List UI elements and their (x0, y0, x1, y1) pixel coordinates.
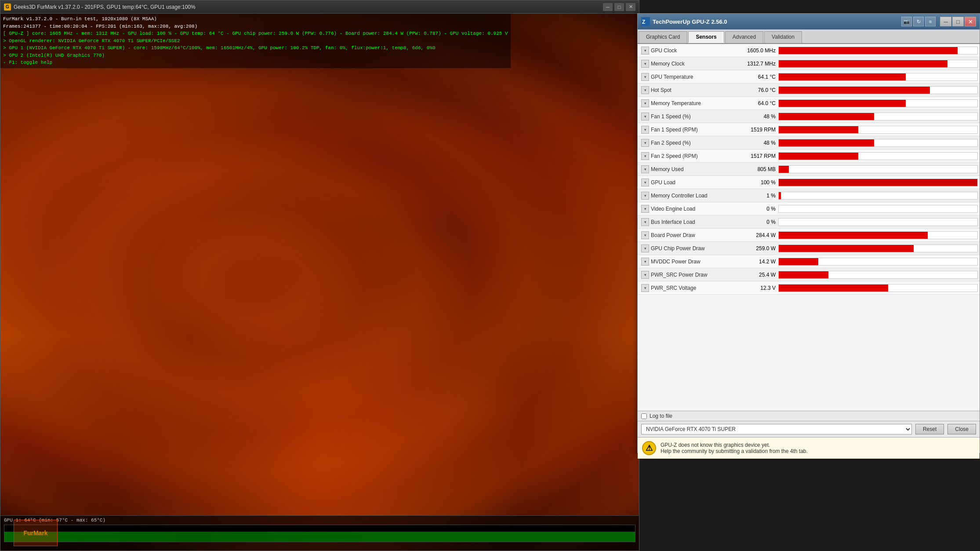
reset-button[interactable]: Reset (915, 424, 944, 434)
sensor-value: 1312.7 MHz (734, 61, 778, 67)
sensor-value: 76.0 °C (734, 87, 778, 93)
furmark-bottom-bar: GPU 1: 64°C (min: 57°C - max: 65°C) FurM… (0, 515, 639, 551)
sensor-dropdown-btn[interactable]: ▾ (641, 152, 649, 160)
sensor-dropdown-btn[interactable]: ▾ (641, 179, 649, 186)
close-button[interactable]: Close (947, 424, 976, 434)
sensor-name: ▾ Video Engine Load (638, 205, 734, 213)
sensor-name: ▾ MVDDC Power Draw (638, 258, 734, 266)
sensor-name: ▾ Fan 1 Speed (RPM) (638, 126, 734, 134)
sensor-row: ▾ GPU Chip Power Draw 259.0 W (638, 242, 980, 255)
sensor-dropdown-btn[interactable]: ▾ (641, 73, 649, 81)
sensor-dropdown-btn[interactable]: ▾ (641, 126, 649, 134)
sensor-dropdown-btn[interactable]: ▾ (641, 205, 649, 213)
sensor-label: PWR_SRC Voltage (651, 285, 696, 291)
furmark-maximize-button[interactable]: □ (614, 3, 624, 11)
sensor-dropdown-btn[interactable]: ▾ (641, 231, 649, 239)
sensor-row: ▾ MVDDC Power Draw 14.2 W (638, 255, 980, 268)
sensor-dropdown-btn[interactable]: ▾ (641, 99, 649, 107)
sensor-row: ▾ Fan 1 Speed (%) 48 % (638, 110, 980, 123)
sensor-dropdown-btn[interactable]: ▾ (641, 218, 649, 226)
sensor-dropdown-btn[interactable]: ▾ (641, 192, 649, 200)
sensor-bar (779, 285, 888, 292)
sensor-dropdown-btn[interactable]: ▾ (641, 60, 649, 68)
sensor-row: ▾ GPU Clock 1605.0 MHz (638, 44, 980, 57)
gpuz-minimize-button[interactable]: ─ (940, 17, 951, 26)
sensor-name: ▾ Memory Controller Load (638, 192, 734, 200)
sensor-row: ▾ Fan 2 Speed (%) 48 % (638, 136, 980, 150)
sensor-dropdown-btn[interactable]: ▾ (641, 113, 649, 120)
tab-validation[interactable]: Validation (764, 31, 802, 43)
sensor-dropdown-btn[interactable]: ▾ (641, 284, 649, 292)
sensor-name: ▾ Memory Clock (638, 60, 734, 68)
sensor-dropdown-btn[interactable]: ▾ (641, 258, 649, 266)
gpuz-refresh-button[interactable]: ↻ (913, 17, 924, 26)
sensor-bar (779, 271, 828, 278)
gpuz-titlebar: Z TechPowerUp GPU-Z 2.56.0 📷 ↻ ≡ ─ □ ✕ (638, 14, 980, 29)
gpuz-screenshot-button[interactable]: 📷 (901, 17, 912, 26)
furmark-content: FurMark v1.37.2.0 - Burn-in test, 1920x1… (0, 14, 639, 551)
sensor-value: 0 % (734, 219, 778, 225)
gpuz-icon: Z (641, 17, 650, 26)
sensor-name: ▾ PWR_SRC Power Draw (638, 271, 734, 279)
furmark-gpu-info-line6: > GPU 2 (Intel(R) UHD Graphics 770) (3, 52, 508, 59)
sensor-row: ▾ Board Power Draw 284.4 W (638, 229, 980, 242)
sensor-dropdown-btn[interactable]: ▾ (641, 139, 649, 147)
sensor-bar (779, 60, 947, 67)
sensor-row: ▾ PWR_SRC Voltage 12.3 V (638, 281, 980, 295)
sensor-label: Fan 1 Speed (RPM) (651, 127, 698, 133)
gpu-selector[interactable]: NVIDIA GeForce RTX 4070 Ti SUPER (641, 424, 912, 434)
tab-advanced[interactable]: Advanced (725, 31, 763, 43)
sensor-label: Memory Controller Load (651, 193, 708, 199)
sensor-value: 284.4 W (734, 232, 778, 238)
sensor-row: ▾ Memory Clock 1312.7 MHz (638, 57, 980, 70)
sensor-bar (779, 153, 858, 160)
tab-graphics-card[interactable]: Graphics Card (639, 31, 687, 43)
sensor-row: ▾ Bus Interface Load 0 % (638, 215, 980, 229)
sensor-dropdown-btn[interactable]: ▾ (641, 47, 649, 55)
gpuz-bottom-bar: NVIDIA GeForce RTX 4070 Ti SUPER Reset C… (638, 421, 980, 437)
sensor-bar-container (778, 99, 978, 107)
sensor-row: ▾ PWR_SRC Power Draw 25.4 W (638, 268, 980, 281)
sensor-row: ▾ Memory Temperature 64.0 °C (638, 97, 980, 110)
furmark-gpu-info-line5: > GPU 1 (NVIDIA GeForce RTX 4070 Ti SUPE… (3, 44, 508, 52)
furmark-titlebar: G Geeks3D FurMark v1.37.2.0 - 201FPS, GP… (0, 0, 639, 14)
gpuz-window: Z TechPowerUp GPU-Z 2.56.0 📷 ↻ ≡ ─ □ ✕ G… (637, 13, 980, 453)
sensor-name: ▾ Board Power Draw (638, 231, 734, 239)
sensor-value: 1517 RPM (734, 153, 778, 159)
sensor-label: MVDDC Power Draw (651, 259, 701, 265)
sensor-name: ▾ GPU Chip Power Draw (638, 244, 734, 252)
gpuz-menu-button[interactable]: ≡ (925, 17, 936, 26)
gpuz-title: TechPowerUp GPU-Z 2.56.0 (653, 18, 899, 25)
furmark-status-line2: Frames:241377 - time:00:20:04 - FPS:201 … (3, 23, 508, 30)
sensor-bar-container (778, 179, 978, 186)
sensor-bar (779, 113, 874, 120)
sensor-value: 48 % (734, 113, 778, 120)
sensor-dropdown-btn[interactable]: ▾ (641, 86, 649, 94)
sensor-row: ▾ Memory Used 805 MB (638, 163, 980, 176)
sensor-name: ▾ Fan 2 Speed (RPM) (638, 152, 734, 160)
gpuz-close-button[interactable]: ✕ (965, 17, 976, 26)
sensor-name: ▾ Fan 1 Speed (%) (638, 113, 734, 120)
sensor-dropdown-btn[interactable]: ▾ (641, 244, 649, 252)
furmark-canvas: FurMark v1.37.2.0 - Burn-in test, 1920x1… (0, 14, 639, 551)
warning-icon: ⚠ (642, 441, 656, 455)
sensor-bar (779, 192, 781, 199)
sensor-bar-container (778, 231, 978, 239)
furmark-temp-graph (4, 525, 635, 542)
log-to-file-checkbox[interactable] (641, 413, 647, 419)
tab-sensors[interactable]: Sensors (688, 31, 724, 43)
gpuz-maximize-button[interactable]: □ (952, 17, 964, 26)
furmark-status-line1: FurMark v1.37.2.0 - Burn-in test, 1920x1… (3, 15, 508, 23)
furmark-minimize-button[interactable]: ─ (603, 3, 613, 11)
sensor-label: Hot Spot (651, 87, 671, 93)
gpuz-tabs: Graphics Card Sensors Advanced Validatio… (638, 29, 980, 44)
gpuz-titlebar-icons: 📷 ↻ ≡ (901, 17, 936, 26)
furmark-close-button[interactable]: ✕ (626, 3, 635, 11)
sensor-value: 1519 RPM (734, 127, 778, 133)
sensor-dropdown-btn[interactable]: ▾ (641, 165, 649, 173)
log-to-file-label: Log to file (650, 413, 672, 419)
sensor-row: ▾ Hot Spot 76.0 °C (638, 84, 980, 97)
furmark-help-hint: - F1: toggle help (3, 59, 508, 66)
sensor-bar-container (778, 258, 978, 266)
sensor-dropdown-btn[interactable]: ▾ (641, 271, 649, 279)
